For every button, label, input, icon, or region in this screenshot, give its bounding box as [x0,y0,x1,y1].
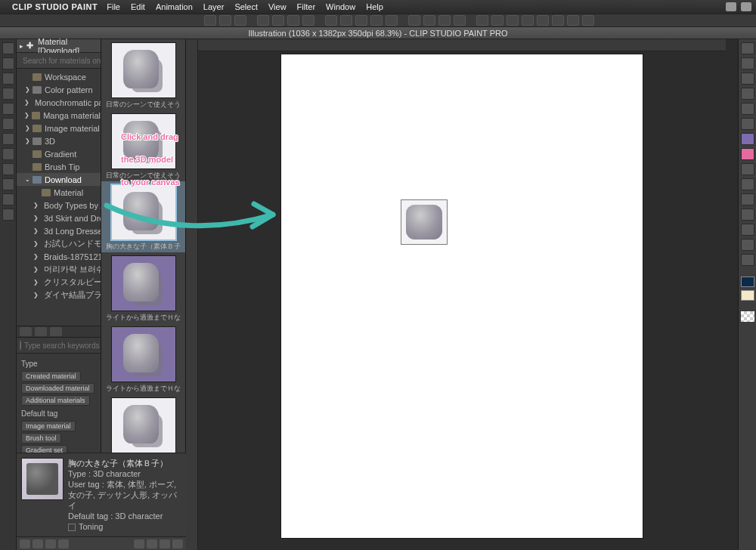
tree-item[interactable]: Gradient [17,147,101,160]
detail-thumbnail[interactable] [21,458,64,500]
tree-item[interactable]: ❯クリスタルビーズ [17,276,101,289]
expand-icon[interactable]: ❯ [33,202,39,209]
add-icon[interactable]: ✚ [26,41,33,51]
tool-balloon-icon[interactable] [741,239,754,251]
expand-icon[interactable]: ❯ [33,215,39,221]
strip-icon[interactable] [2,148,14,160]
menu-animation[interactable]: Animation [156,2,193,11]
tree-item[interactable]: ❯3d Skirt and Dress [17,212,101,224]
search-icon[interactable] [20,340,21,351]
tag-chip[interactable]: Created material [21,371,81,382]
toolbar-btn[interactable] [287,15,299,26]
toolbar-btn[interactable] [567,15,579,26]
material-thumbnail[interactable]: ライトから過激までＨなポーズ6 [101,252,185,323]
ruler-horizontal[interactable] [198,39,726,51]
toolbar-btn[interactable] [522,15,534,26]
material-property-icon[interactable] [160,539,170,548]
delete-material-icon[interactable] [172,539,183,548]
thumbnail-image[interactable] [111,255,176,311]
expand-icon[interactable]: ❯ [33,266,39,273]
app-name[interactable]: CLIP STUDIO PAINT [12,2,98,11]
toolbar-btn[interactable] [582,15,594,26]
strip-icon[interactable] [2,73,14,85]
tree-item[interactable]: ⌄Download [17,173,101,186]
toolbar-btn[interactable] [423,15,435,26]
tree-item[interactable]: ❯お試しハンドモデル [17,237,101,250]
filter-toggle[interactable] [35,327,47,336]
tag-chip[interactable]: Additional materials [21,395,90,406]
menu-filter[interactable]: Filter [297,2,315,11]
toolbar-btn[interactable] [476,15,488,26]
toolbar-btn[interactable] [507,15,519,26]
material-thumbnail[interactable]: 日常のシーンで使えそうなポーズ26 [101,39,185,110]
tree-item[interactable]: ❯머리카락 브러쉬-18… [17,263,101,276]
tool-brush-icon[interactable] [741,103,754,115]
expand-icon[interactable]: ❯ [24,125,30,131]
tree-item[interactable]: ❯Manga material [17,109,101,122]
status-icon-2[interactable] [741,2,751,11]
tool-pen-icon[interactable] [741,88,754,100]
tree-item[interactable]: ❯Body Types by Age [17,199,101,212]
expand-icon[interactable]: ❯ [33,227,39,234]
tree-item[interactable]: Brush Tip [17,160,101,173]
material-panel-header[interactable]: ▸ ✚ Material [Download] [17,39,101,53]
collapse-icon[interactable]: ▸ [20,42,23,50]
toolbar-btn[interactable] [325,15,337,26]
expand-icon[interactable]: ⌄ [24,176,30,183]
tool-fill-icon[interactable] [741,163,754,175]
expand-icon[interactable]: ❯ [33,240,39,247]
toolbar-btn[interactable] [454,15,466,26]
strip-icon[interactable] [2,193,14,205]
color-background-swatch[interactable] [741,290,754,301]
toolbar-btn[interactable] [370,15,383,26]
menu-window[interactable]: Window [326,2,355,11]
tool-decoration-icon[interactable] [741,148,754,160]
tree-item[interactable]: ❯ダイヤ結晶ブラシ [17,289,101,301]
toolbar-btn[interactable] [272,15,284,26]
toolbar-btn[interactable] [219,15,231,26]
tree-item[interactable]: Workspace [17,70,101,83]
strip-icon[interactable] [2,178,14,190]
tag-chip[interactable]: Image material [21,421,76,431]
filter-toggle[interactable] [50,327,62,336]
view-mode-icon[interactable] [58,539,69,548]
save-material-icon[interactable] [147,539,157,548]
status-icon-1[interactable] [726,2,736,11]
toolbar-btn[interactable] [355,15,367,26]
strip-icon[interactable] [2,103,14,115]
material-tree[interactable]: Workspace❯Color pattern❯Monochromatic pa… [17,69,101,326]
toolbar-btn[interactable] [552,15,564,26]
canvas-area[interactable]: Click and drag the 3D model to your canv… [186,39,738,550]
toolbar-btn[interactable] [537,15,549,26]
expand-icon[interactable]: ❯ [33,292,39,298]
expand-icon[interactable]: ❯ [24,138,30,144]
ruler-vertical[interactable] [186,39,198,550]
material-thumbnail[interactable]: ライトから過激までＨなポーズ7 [101,323,185,394]
expand-icon[interactable]: ❯ [24,86,30,93]
toolbar-btn[interactable] [302,15,314,26]
menu-help[interactable]: Help [366,2,383,11]
toolbar-btn[interactable] [386,15,398,26]
thumbnail-image[interactable] [111,326,176,382]
tree-item[interactable]: ❯3d Long Dresses [17,224,101,237]
tool-gradient-icon[interactable] [741,178,754,190]
toolbar-btn[interactable] [234,15,246,26]
tag-chip[interactable]: Downloaded material [21,383,94,394]
tree-item[interactable]: ❯3D [17,134,101,147]
strip-icon[interactable] [2,57,14,70]
tree-item[interactable]: ❯Color pattern [17,83,101,96]
menu-select[interactable]: Select [234,2,258,11]
expand-icon[interactable]: ❯ [33,279,39,286]
tool-text-icon[interactable] [741,224,754,236]
toolbar-btn[interactable] [257,15,269,26]
strip-icon[interactable] [2,88,14,100]
strip-icon[interactable] [2,133,14,145]
drag-ghost-thumbnail[interactable] [401,199,448,245]
tool-operation-icon[interactable] [741,73,754,85]
strip-icon[interactable] [2,163,14,175]
tool-magnifier-icon[interactable] [741,42,754,54]
expand-icon[interactable]: ❯ [24,99,29,106]
toolbar-btn[interactable] [408,15,420,26]
tool-frame-icon[interactable] [741,209,754,221]
tag-chip[interactable]: Brush tool [21,433,61,443]
